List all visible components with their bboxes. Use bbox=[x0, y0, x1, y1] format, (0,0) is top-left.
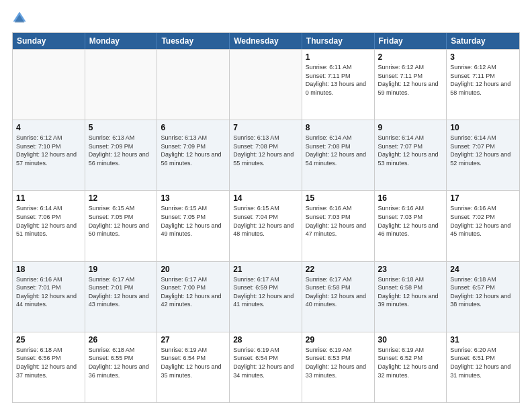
day-info: Sunrise: 6:13 AM Sunset: 7:09 PM Dayligh… bbox=[89, 134, 154, 167]
header-day-saturday: Saturday bbox=[447, 33, 519, 49]
day-cell-9: 9Sunrise: 6:14 AM Sunset: 7:07 PM Daylig… bbox=[375, 120, 447, 190]
day-info: Sunrise: 6:17 AM Sunset: 6:58 PM Dayligh… bbox=[306, 275, 371, 309]
day-cell-3: 3Sunrise: 6:12 AM Sunset: 7:11 PM Daylig… bbox=[447, 50, 519, 120]
empty-cell bbox=[157, 50, 230, 120]
day-number: 2 bbox=[378, 52, 443, 62]
day-info: Sunrise: 6:17 AM Sunset: 6:59 PM Dayligh… bbox=[233, 275, 298, 309]
day-number: 28 bbox=[233, 335, 298, 345]
day-cell-17: 17Sunrise: 6:16 AM Sunset: 7:02 PM Dayli… bbox=[447, 191, 519, 261]
day-cell-16: 16Sunrise: 6:16 AM Sunset: 7:03 PM Dayli… bbox=[375, 191, 447, 261]
day-info: Sunrise: 6:16 AM Sunset: 7:01 PM Dayligh… bbox=[16, 275, 81, 309]
day-number: 17 bbox=[450, 193, 516, 203]
day-cell-23: 23Sunrise: 6:18 AM Sunset: 6:58 PM Dayli… bbox=[375, 262, 447, 332]
day-info: Sunrise: 6:12 AM Sunset: 7:10 PM Dayligh… bbox=[16, 134, 81, 167]
calendar-week-2: 4Sunrise: 6:12 AM Sunset: 7:10 PM Daylig… bbox=[13, 120, 519, 190]
day-number: 12 bbox=[89, 193, 154, 203]
day-cell-1: 1Sunrise: 6:11 AM Sunset: 7:11 PM Daylig… bbox=[302, 50, 375, 120]
logo bbox=[12, 11, 30, 26]
header-day-monday: Monday bbox=[85, 33, 158, 49]
day-info: Sunrise: 6:18 AM Sunset: 6:57 PM Dayligh… bbox=[450, 275, 516, 309]
day-info: Sunrise: 6:11 AM Sunset: 7:11 PM Dayligh… bbox=[306, 63, 371, 97]
day-info: Sunrise: 6:13 AM Sunset: 7:09 PM Dayligh… bbox=[161, 134, 226, 167]
day-number: 31 bbox=[450, 335, 516, 345]
empty-cell bbox=[13, 50, 85, 120]
day-number: 27 bbox=[161, 335, 226, 345]
header-day-friday: Friday bbox=[375, 33, 447, 49]
day-info: Sunrise: 6:16 AM Sunset: 7:03 PM Dayligh… bbox=[306, 204, 371, 238]
day-number: 13 bbox=[161, 193, 226, 203]
day-number: 30 bbox=[378, 335, 443, 345]
day-number: 4 bbox=[16, 123, 81, 132]
day-cell-7: 7Sunrise: 6:13 AM Sunset: 7:08 PM Daylig… bbox=[230, 120, 302, 190]
day-number: 16 bbox=[378, 193, 443, 203]
day-cell-18: 18Sunrise: 6:16 AM Sunset: 7:01 PM Dayli… bbox=[13, 262, 85, 332]
day-cell-4: 4Sunrise: 6:12 AM Sunset: 7:10 PM Daylig… bbox=[13, 120, 85, 190]
day-info: Sunrise: 6:19 AM Sunset: 6:54 PM Dayligh… bbox=[161, 346, 226, 379]
day-number: 20 bbox=[161, 265, 226, 274]
day-number: 9 bbox=[378, 123, 443, 132]
day-info: Sunrise: 6:14 AM Sunset: 7:07 PM Dayligh… bbox=[378, 134, 443, 167]
day-number: 23 bbox=[378, 265, 443, 274]
calendar-week-1: 1Sunrise: 6:11 AM Sunset: 7:11 PM Daylig… bbox=[13, 49, 519, 120]
day-cell-14: 14Sunrise: 6:15 AM Sunset: 7:04 PM Dayli… bbox=[230, 191, 302, 261]
day-cell-25: 25Sunrise: 6:18 AM Sunset: 6:56 PM Dayli… bbox=[13, 332, 85, 402]
day-number: 29 bbox=[306, 335, 371, 345]
day-info: Sunrise: 6:19 AM Sunset: 6:54 PM Dayligh… bbox=[233, 346, 298, 379]
empty-cell bbox=[230, 50, 302, 120]
day-info: Sunrise: 6:15 AM Sunset: 7:04 PM Dayligh… bbox=[233, 204, 298, 238]
day-cell-31: 31Sunrise: 6:20 AM Sunset: 6:51 PM Dayli… bbox=[447, 332, 519, 402]
day-info: Sunrise: 6:15 AM Sunset: 7:05 PM Dayligh… bbox=[89, 204, 154, 238]
day-info: Sunrise: 6:15 AM Sunset: 7:05 PM Dayligh… bbox=[161, 204, 226, 238]
day-number: 24 bbox=[450, 265, 516, 274]
day-info: Sunrise: 6:13 AM Sunset: 7:08 PM Dayligh… bbox=[233, 134, 298, 167]
header-day-thursday: Thursday bbox=[302, 33, 375, 49]
day-info: Sunrise: 6:17 AM Sunset: 7:01 PM Dayligh… bbox=[89, 275, 154, 309]
day-info: Sunrise: 6:19 AM Sunset: 6:53 PM Dayligh… bbox=[306, 346, 371, 379]
calendar-body: 1Sunrise: 6:11 AM Sunset: 7:11 PM Daylig… bbox=[13, 49, 519, 402]
header-day-wednesday: Wednesday bbox=[230, 33, 302, 49]
day-info: Sunrise: 6:14 AM Sunset: 7:07 PM Dayligh… bbox=[450, 134, 516, 167]
day-number: 14 bbox=[233, 193, 298, 203]
header bbox=[12, 11, 520, 26]
day-info: Sunrise: 6:16 AM Sunset: 7:02 PM Dayligh… bbox=[450, 204, 516, 238]
day-number: 8 bbox=[306, 123, 371, 132]
day-cell-30: 30Sunrise: 6:19 AM Sunset: 6:52 PM Dayli… bbox=[375, 332, 447, 402]
day-cell-21: 21Sunrise: 6:17 AM Sunset: 6:59 PM Dayli… bbox=[230, 262, 302, 332]
day-number: 7 bbox=[233, 123, 298, 132]
day-number: 3 bbox=[450, 52, 516, 62]
day-info: Sunrise: 6:16 AM Sunset: 7:03 PM Dayligh… bbox=[378, 204, 443, 238]
day-cell-2: 2Sunrise: 6:12 AM Sunset: 7:11 PM Daylig… bbox=[375, 50, 447, 120]
calendar-week-3: 11Sunrise: 6:14 AM Sunset: 7:06 PM Dayli… bbox=[13, 190, 519, 261]
day-number: 10 bbox=[450, 123, 516, 132]
day-cell-28: 28Sunrise: 6:19 AM Sunset: 6:54 PM Dayli… bbox=[230, 332, 302, 402]
day-number: 18 bbox=[16, 265, 81, 274]
day-cell-12: 12Sunrise: 6:15 AM Sunset: 7:05 PM Dayli… bbox=[85, 191, 158, 261]
day-cell-19: 19Sunrise: 6:17 AM Sunset: 7:01 PM Dayli… bbox=[85, 262, 158, 332]
empty-cell bbox=[85, 50, 158, 120]
day-cell-10: 10Sunrise: 6:14 AM Sunset: 7:07 PM Dayli… bbox=[447, 120, 519, 190]
day-cell-13: 13Sunrise: 6:15 AM Sunset: 7:05 PM Dayli… bbox=[157, 191, 230, 261]
calendar-week-5: 25Sunrise: 6:18 AM Sunset: 6:56 PM Dayli… bbox=[13, 332, 519, 402]
day-cell-26: 26Sunrise: 6:18 AM Sunset: 6:55 PM Dayli… bbox=[85, 332, 158, 402]
day-number: 21 bbox=[233, 265, 298, 274]
day-info: Sunrise: 6:19 AM Sunset: 6:52 PM Dayligh… bbox=[378, 346, 443, 379]
day-info: Sunrise: 6:18 AM Sunset: 6:56 PM Dayligh… bbox=[16, 346, 81, 379]
day-info: Sunrise: 6:12 AM Sunset: 7:11 PM Dayligh… bbox=[378, 63, 443, 97]
day-cell-15: 15Sunrise: 6:16 AM Sunset: 7:03 PM Dayli… bbox=[302, 191, 375, 261]
day-number: 1 bbox=[306, 52, 371, 62]
day-cell-29: 29Sunrise: 6:19 AM Sunset: 6:53 PM Dayli… bbox=[302, 332, 375, 402]
day-cell-27: 27Sunrise: 6:19 AM Sunset: 6:54 PM Dayli… bbox=[157, 332, 230, 402]
day-cell-6: 6Sunrise: 6:13 AM Sunset: 7:09 PM Daylig… bbox=[157, 120, 230, 190]
day-cell-24: 24Sunrise: 6:18 AM Sunset: 6:57 PM Dayli… bbox=[447, 262, 519, 332]
day-number: 15 bbox=[306, 193, 371, 203]
day-number: 26 bbox=[89, 335, 154, 345]
day-cell-11: 11Sunrise: 6:14 AM Sunset: 7:06 PM Dayli… bbox=[13, 191, 85, 261]
day-cell-8: 8Sunrise: 6:14 AM Sunset: 7:08 PM Daylig… bbox=[302, 120, 375, 190]
calendar-header: SundayMondayTuesdayWednesdayThursdayFrid… bbox=[13, 33, 519, 49]
day-cell-20: 20Sunrise: 6:17 AM Sunset: 7:00 PM Dayli… bbox=[157, 262, 230, 332]
day-info: Sunrise: 6:20 AM Sunset: 6:51 PM Dayligh… bbox=[450, 346, 516, 379]
day-number: 5 bbox=[89, 123, 154, 132]
header-day-tuesday: Tuesday bbox=[157, 33, 230, 49]
page: SundayMondayTuesdayWednesdayThursdayFrid… bbox=[0, 0, 532, 411]
day-number: 25 bbox=[16, 335, 81, 345]
